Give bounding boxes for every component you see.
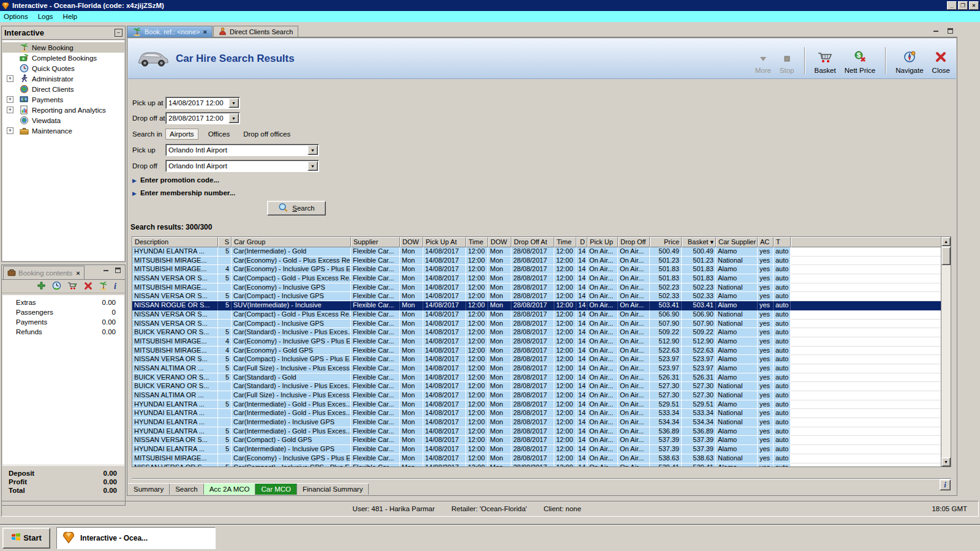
- basket-button[interactable]: Basket: [815, 50, 836, 74]
- tab-book-ref-none-[interactable]: Book. ref.: <none>×: [127, 26, 213, 37]
- tab-direct-clients-search[interactable]: Direct Clients Search: [213, 26, 298, 37]
- membership-number-link[interactable]: ▶Enter membership number...: [132, 189, 235, 197]
- bottom-tab-acc-2a-mco[interactable]: Acc 2A MCO: [204, 484, 256, 495]
- column-header-pick-up[interactable]: Pick Up: [587, 237, 618, 247]
- window-close-button[interactable]: ×: [969, 1, 979, 10]
- bottom-tab-search[interactable]: Search: [170, 484, 203, 495]
- column-header-dow[interactable]: DOW: [488, 237, 511, 247]
- booking-row-extras[interactable]: Extras0.00: [2, 298, 124, 307]
- column-header-description[interactable]: Description: [132, 237, 218, 247]
- booking-contents-tab[interactable]: Booking contents ×: [3, 266, 85, 279]
- sidebar-item-viewdata[interactable]: Viewdata: [2, 115, 124, 126]
- taskbar-task-button[interactable]: Interactive - Ocea...: [56, 527, 216, 549]
- column-header-pick-up-at[interactable]: Pick Up At: [423, 237, 466, 247]
- table-row[interactable]: MITSUBISHI MIRAGE...4Car(Economy) - Incl…: [132, 265, 941, 274]
- promotion-code-link[interactable]: ▶Enter promotion code...: [132, 176, 219, 184]
- bottom-tab-summary[interactable]: Summary: [128, 484, 170, 495]
- table-row[interactable]: NISSAN VERSA OR S...5Car(Compact) - Gold…: [132, 274, 941, 283]
- column-header-ac[interactable]: AC: [758, 237, 774, 247]
- nett-price-button[interactable]: $Nett Price: [845, 50, 876, 74]
- sidebar-item-reporting-and-analytics[interactable]: +Reporting and Analytics: [2, 105, 124, 115]
- column-header-d[interactable]: D: [576, 237, 587, 247]
- navigate-button[interactable]: Navigate: [895, 50, 923, 74]
- pickup-at-field[interactable]: 14/08/2017 12:00 ▼: [165, 97, 240, 109]
- table-row[interactable]: HYUNDAI ELANTRA ...Car(Intermediate) - I…: [132, 418, 941, 427]
- table-row[interactable]: MITSUBISHI MIRAGE...4Car(Economy) - Incl…: [132, 337, 941, 347]
- table-row[interactable]: NISSAN VERSA OR S...5Car(Compact) - Incl…: [132, 355, 941, 364]
- palm-small-icon[interactable]: [99, 281, 108, 291]
- search-button[interactable]: Search: [267, 201, 326, 216]
- menu-help[interactable]: Help: [63, 13, 78, 20]
- table-row[interactable]: NISSAN VERSA OR S...5Car(Compact) - Incl…: [132, 292, 941, 301]
- search-in-tab-offices[interactable]: Offices: [205, 129, 234, 139]
- pickup-dropdown-icon[interactable]: ▼: [307, 145, 318, 155]
- column-header-price[interactable]: Price: [650, 237, 682, 247]
- expand-plus-icon[interactable]: +: [7, 107, 13, 113]
- add-icon[interactable]: [37, 281, 46, 291]
- column-header-basket[interactable]: Basket ▾: [682, 237, 716, 247]
- sidebar-item-maintenance[interactable]: +Maintenance: [2, 126, 124, 136]
- table-row[interactable]: HYUNDAI ELANTRA ...Car(Intermediate) - G…: [132, 409, 941, 418]
- delete-icon[interactable]: [84, 282, 92, 291]
- table-row[interactable]: NISSAN VERSA OR S...Car(Compact) - Gold …: [132, 310, 941, 320]
- table-row[interactable]: MITSUBISHI MIRAGE...Car(Economy) - Inclu…: [132, 283, 941, 293]
- menu-options[interactable]: Options: [4, 13, 28, 20]
- info-button[interactable]: i: [940, 479, 951, 490]
- table-row[interactable]: MITSUBISHI MIRAGE...Car(Economy) - Gold …: [132, 257, 941, 266]
- bottom-tab-financial-summary[interactable]: Financial Summary: [297, 484, 369, 495]
- booking-row-passengers[interactable]: Passengers0: [2, 307, 124, 317]
- column-header-drop-off-at[interactable]: Drop Off At: [511, 237, 554, 247]
- column-header-time[interactable]: Time: [466, 237, 488, 247]
- table-row[interactable]: NISSAN ALTIMA OR ...5Car(Full Size) - In…: [132, 364, 941, 373]
- column-header-t[interactable]: T: [774, 237, 791, 247]
- sidebar-item-direct-clients[interactable]: Direct Clients: [2, 84, 124, 94]
- sidebar-item-quick-quotes[interactable]: Quick Quotes: [2, 63, 124, 73]
- menu-logs[interactable]: Logs: [38, 13, 53, 20]
- sidebar-item-new-booking[interactable]: New Booking: [2, 42, 124, 53]
- expand-plus-icon[interactable]: +: [7, 127, 13, 134]
- expand-plus-icon[interactable]: +: [7, 96, 13, 103]
- booking-row-refunds[interactable]: Refunds0.00: [2, 327, 124, 337]
- column-header-car-group[interactable]: Car Group: [232, 237, 351, 247]
- booking-panel-minimize-button[interactable]: [101, 266, 111, 274]
- pickup-field[interactable]: Orlando Intl Airport ▼: [165, 144, 319, 156]
- dropoff-at-dropdown-icon[interactable]: ▼: [228, 113, 239, 123]
- tab-close-icon[interactable]: ×: [203, 28, 207, 36]
- table-row[interactable]: NISSAN VERSA OR S...5Car(Compact) - Incl…: [132, 463, 941, 467]
- sidebar-item-administrator[interactable]: +Administrator: [2, 73, 124, 84]
- main-panel-minimize-button[interactable]: [931, 27, 941, 35]
- window-minimize-button[interactable]: _: [947, 1, 957, 10]
- search-in-tab-drop-off-offices[interactable]: Drop off offices: [239, 129, 294, 139]
- table-row[interactable]: HYUNDAI ELANTRA ...5Car(Intermediate) - …: [132, 445, 941, 454]
- column-header-s[interactable]: S: [218, 237, 232, 247]
- dropoff-dropdown-icon[interactable]: ▼: [307, 161, 318, 171]
- table-row[interactable]: NISSAN VERSA OR S...5Car(Compact) - Gold…: [132, 436, 941, 445]
- expand-plus-icon[interactable]: +: [7, 75, 13, 82]
- column-header-dow[interactable]: DOW: [400, 237, 423, 247]
- cart-go-icon[interactable]: [67, 281, 78, 291]
- sidebar-collapse-button[interactable]: −: [115, 29, 123, 37]
- table-row[interactable]: BUICK VERANO OR S...Car(Standard) - Incl…: [132, 382, 941, 391]
- table-row[interactable]: MITSUBISHI MIRAGE...4Car(Economy) - Gold…: [132, 347, 941, 356]
- booking-panel-maximize-button[interactable]: [113, 266, 123, 274]
- column-header-car-supplier[interactable]: Car Supplier: [716, 237, 758, 247]
- sidebar-item-completed-bookings[interactable]: Completed Bookings: [2, 53, 124, 63]
- search-in-tab-airports[interactable]: Airports: [165, 129, 198, 140]
- column-header-drop-off[interactable]: Drop Off: [618, 237, 650, 247]
- table-row[interactable]: NISSAN VERSA OR S...Car(Compact) - Inclu…: [132, 320, 941, 329]
- scrollbar-thumb[interactable]: [941, 247, 951, 265]
- info-icon[interactable]: i: [114, 282, 116, 291]
- column-header-supplier[interactable]: Supplier: [351, 237, 400, 247]
- table-row[interactable]: HYUNDAI ELANTRA ...5Car(Intermediate) - …: [132, 427, 941, 437]
- table-row[interactable]: MITSUBISHI MIRAGE...Car(Economy) - Inclu…: [132, 454, 941, 463]
- booking-row-payments[interactable]: Payments0.00: [2, 317, 124, 327]
- booking-contents-close-icon[interactable]: ×: [76, 269, 80, 277]
- table-row[interactable]: NISSAN ALTIMA OR ...Car(Full Size) - Inc…: [132, 391, 941, 400]
- table-row[interactable]: HYUNDAI ELANTRA ...5Car(Intermediate) - …: [132, 400, 941, 410]
- table-row[interactable]: NISSAN ROGUE OR S...5SUV(Intermediate) -…: [132, 301, 941, 310]
- close-button[interactable]: Close: [932, 50, 950, 74]
- table-row[interactable]: HYUNDAI ELANTRA ...5Car(Intermediate) - …: [132, 247, 941, 257]
- scroll-up-icon[interactable]: ▲: [941, 237, 951, 246]
- quote-clock-icon[interactable]: [52, 281, 61, 291]
- column-header-time[interactable]: Time: [554, 237, 576, 247]
